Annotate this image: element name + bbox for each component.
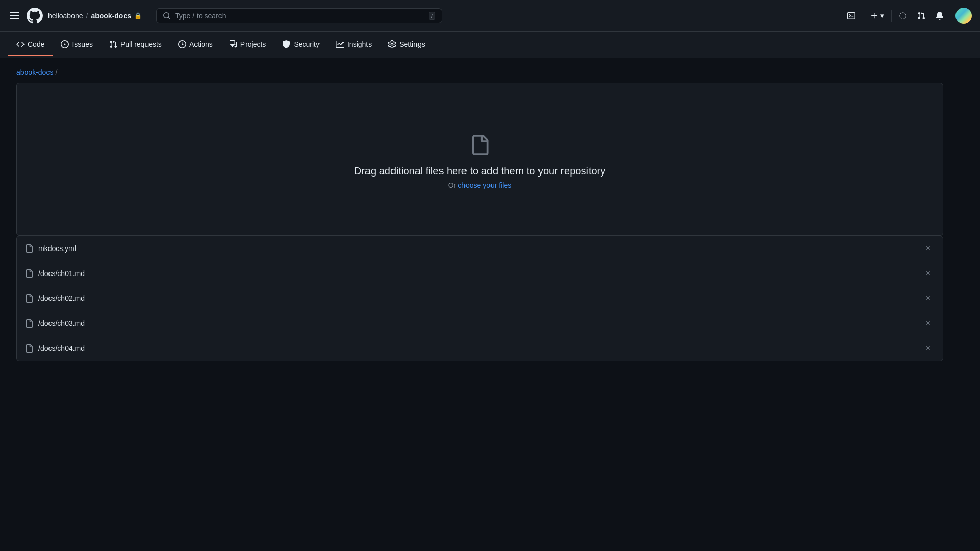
tab-settings-label: Settings [399,40,425,48]
tab-insights[interactable]: Insights [328,34,380,56]
file-name-3: /docs/ch02.md [38,294,917,303]
terminal-icon [847,12,855,20]
file-drop-icon [470,129,490,157]
tab-settings[interactable]: Settings [380,34,433,56]
header-divider-1 [863,10,863,22]
actions-icon [178,40,186,48]
git-pull-request-icon [917,12,925,20]
header-search[interactable]: Type / to search / [156,8,442,23]
tab-issues-label: Issues [72,40,92,48]
code-icon [16,40,24,48]
github-logo-icon[interactable] [27,8,43,24]
tab-security[interactable]: Security [274,34,328,56]
tab-actions[interactable]: Actions [170,34,221,56]
main-content: abook-docs / Drag additional files here … [0,58,960,371]
file-name-5: /docs/ch04.md [38,344,917,353]
tab-pull-requests-label: Pull requests [120,40,162,48]
breadcrumb-separator: / [86,12,88,20]
insights-icon [336,40,344,48]
notifications-button[interactable] [933,9,947,23]
search-icon [163,12,171,20]
header: helloabone / abook-docs 🔒 Type / to sear… [0,0,980,32]
tab-projects-label: Projects [240,40,266,48]
path-separator: / [55,68,57,77]
tab-projects[interactable]: Projects [221,34,275,56]
avatar[interactable] [955,8,972,24]
lock-icon: 🔒 [134,12,142,19]
plus-icon [870,12,878,20]
search-slash-kbd: / [429,12,435,20]
file-icon-5 [25,344,33,353]
tab-issues[interactable]: Issues [53,34,101,56]
file-icon-1 [25,244,33,253]
file-remove-2[interactable]: × [922,267,935,280]
new-button[interactable]: ▾ [867,9,887,23]
header-right: ▾ [844,8,972,24]
breadcrumb-repo-link[interactable]: abook-docs [91,12,131,20]
pull-request-tab-icon [109,40,117,48]
choose-files-link[interactable]: choose your files [458,181,511,189]
file-remove-5[interactable]: × [922,342,935,355]
search-placeholder-text: Type / to search [175,12,425,20]
issues-icon [61,40,69,48]
path-repo-link[interactable]: abook-docs [16,68,53,77]
header-divider-2 [891,10,892,22]
list-item: /docs/ch01.md × [17,261,943,286]
projects-icon [229,40,237,48]
tab-code[interactable]: Code [8,34,53,56]
breadcrumb-user-link[interactable]: helloabone [48,12,83,20]
hamburger-button[interactable] [8,10,21,21]
tab-insights-label: Insights [347,40,372,48]
bell-icon [936,12,944,20]
copilot-button[interactable] [896,9,910,23]
tab-actions-label: Actions [189,40,213,48]
list-item: mkdocs.yml × [17,236,943,261]
file-icon-2 [25,269,33,278]
file-list: mkdocs.yml × /docs/ch01.md × /docs/ch02.… [16,236,943,361]
breadcrumb: helloabone / abook-docs 🔒 [48,12,142,20]
file-remove-3[interactable]: × [922,292,935,305]
file-remove-4[interactable]: × [922,317,935,330]
tab-code-label: Code [28,40,44,48]
terminal-button[interactable] [844,9,859,23]
tab-pull-requests[interactable]: Pull requests [101,34,170,56]
file-name-4: /docs/ch03.md [38,319,917,328]
new-button-label: ▾ [880,12,884,19]
drop-zone-title: Drag additional files here to add them t… [354,165,606,177]
search-box[interactable]: Type / to search / [156,8,442,23]
file-icon-3 [25,294,33,303]
list-item: /docs/ch02.md × [17,286,943,311]
security-icon [282,40,290,48]
copilot-icon [899,12,907,20]
header-left: helloabone / abook-docs 🔒 [8,8,142,24]
file-name-1: mkdocs.yml [38,244,917,253]
path-breadcrumb: abook-docs / [16,68,943,77]
list-item: /docs/ch04.md × [17,336,943,361]
header-divider-3 [951,10,951,22]
tab-security-label: Security [293,40,320,48]
repo-nav: Code Issues Pull requests Actions Projec… [0,32,980,58]
file-icon-4 [25,319,33,328]
file-name-2: /docs/ch01.md [38,269,917,278]
pull-requests-header-button[interactable] [914,9,928,23]
drop-zone[interactable]: Drag additional files here to add them t… [16,83,943,236]
drop-zone-subtitle: Or choose your files [448,181,512,189]
list-item: /docs/ch03.md × [17,311,943,336]
file-remove-1[interactable]: × [922,242,935,255]
settings-icon [388,40,396,48]
